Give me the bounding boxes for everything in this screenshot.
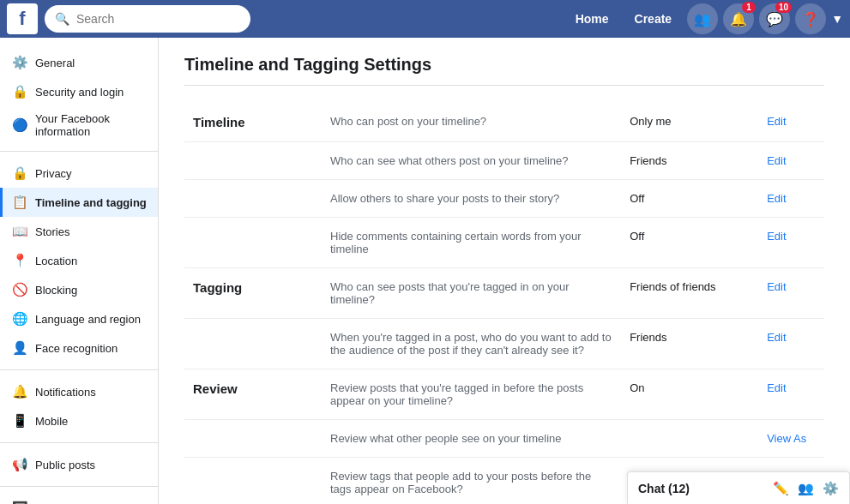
sidebar-label-notifications: Notifications [35,386,96,399]
messages-icon-btn[interactable]: 💬 10 [759,3,790,34]
search-input[interactable] [76,12,231,26]
sidebar-item-stories[interactable]: 📖 Stories [0,217,158,246]
nav-right: Home Create 👥 🔔 1 💬 10 ❓ ▼ [565,0,843,38]
public-posts-icon: 📢 [11,456,28,473]
section-label-timeline [184,142,322,180]
setting-value: Off [621,180,758,218]
help-icon-btn[interactable]: ❓ [795,3,826,34]
sidebar-item-notifications[interactable]: 🔔 Notifications [0,377,158,406]
search-icon: 🔍 [55,12,69,26]
table-row: TaggingWho can see posts that you're tag… [184,268,824,319]
facebook-logo: f [7,3,38,34]
table-row: Review what other people see on your tim… [184,420,824,458]
settings-table: TimelineWho can post on your timeline?On… [184,103,824,504]
sidebar-item-your-facebook[interactable]: 🔵 Your Facebook information [0,106,158,144]
setting-value: Friends [621,319,758,369]
notifications-icon-btn[interactable]: 🔔 1 [723,3,754,34]
setting-description: Who can see what others post on your tim… [322,142,621,180]
chat-bar[interactable]: Chat (12) ✏️ 👥 ⚙️ [627,471,850,504]
section-label-review [184,458,322,505]
sidebar-item-mobile[interactable]: 📱 Mobile [0,406,158,435]
home-link[interactable]: Home [565,0,619,38]
apps-icon: 🔲 [11,500,28,504]
blocking-icon: 🚫 [11,281,28,298]
general-icon: ⚙️ [11,54,28,71]
sidebar-item-location[interactable]: 📍 Location [0,246,158,275]
table-row: When you're tagged in a post, who do you… [184,319,824,369]
location-icon: 📍 [11,252,28,269]
setting-description: Review what other people see on your tim… [322,420,621,458]
notifications-icon: 🔔 [11,383,28,400]
sidebar-item-privacy[interactable]: 🔒 Privacy [0,159,158,188]
account-chevron[interactable]: ▼ [831,12,843,26]
sidebar-label-general: General [35,57,75,69]
setting-value [621,420,758,458]
sidebar-item-general[interactable]: ⚙️ General [0,48,158,77]
page-title: Timeline and Tagging Settings [184,55,824,86]
setting-action[interactable]: Edit [758,103,824,142]
setting-action[interactable]: Edit [758,142,824,180]
section-label-review: Review [184,369,322,420]
setting-description: When you're tagged in a post, who do you… [322,319,621,369]
setting-action[interactable]: Edit [758,180,824,218]
setting-value: Friends of friends [621,268,758,319]
sidebar-label-language: Language and region [35,313,141,326]
setting-description: Hide comments containing certain words f… [322,218,621,268]
sidebar-label-public-posts: Public posts [35,459,95,471]
your-facebook-icon: 🔵 [11,117,28,134]
sidebar-label-privacy: Privacy [35,167,72,180]
sidebar-item-blocking[interactable]: 🚫 Blocking [0,275,158,304]
chat-title: Chat (12) [638,482,773,495]
friends-icon-btn[interactable]: 👥 [687,3,718,34]
sidebar-label-timeline: Timeline and tagging [35,196,147,209]
sidebar-label-security: Security and login [35,86,124,99]
setting-value: Only me [621,103,758,142]
setting-value: Off [621,218,758,268]
sidebar-label-blocking: Blocking [35,284,77,297]
mobile-icon: 📱 [11,412,28,429]
sidebar: ⚙️ General 🔒 Security and login 🔵 Your F… [0,38,159,504]
setting-value: On [621,369,758,420]
setting-action[interactable]: Edit [758,218,824,268]
section-label-tagging: Tagging [184,268,322,319]
top-navigation: f 🔍 Home Create 👥 🔔 1 💬 10 ❓ ▼ [0,0,850,38]
setting-action[interactable]: Edit [758,268,824,319]
section-label-tagging [184,319,322,369]
table-row: Who can see what others post on your tim… [184,142,824,180]
setting-action[interactable]: Edit [758,319,824,369]
setting-action[interactable]: Edit [758,369,824,420]
sidebar-item-security[interactable]: 🔒 Security and login [0,77,158,106]
privacy-icon: 🔒 [11,165,28,182]
setting-description: Review posts that you're tagged in befor… [322,369,621,420]
setting-description: Review tags that people add to your post… [322,458,621,505]
search-bar[interactable]: 🔍 [45,5,250,33]
sidebar-item-face[interactable]: 👤 Face recognition [0,333,158,363]
chat-icons: ✏️ 👥 ⚙️ [773,481,839,496]
table-row: TimelineWho can post on your timeline?On… [184,103,824,142]
face-icon: 👤 [11,339,28,357]
table-row: ReviewReview posts that you're tagged in… [184,369,824,420]
stories-icon: 📖 [11,223,28,240]
messages-badge: 10 [775,2,792,13]
chat-settings-icon[interactable]: ⚙️ [823,481,839,496]
language-icon: 🌐 [11,310,28,327]
section-label-timeline [184,218,322,268]
table-row: Hide comments containing certain words f… [184,218,824,268]
chat-compose-icon[interactable]: ✏️ [773,481,789,496]
table-row: Allow others to share your posts to thei… [184,180,824,218]
sidebar-item-language[interactable]: 🌐 Language and region [0,304,158,333]
setting-action[interactable]: View As [758,420,824,458]
sidebar-item-public-posts[interactable]: 📢 Public posts [0,450,158,479]
chat-contacts-icon[interactable]: 👥 [798,481,814,496]
sidebar-item-apps[interactable]: 🔲 Apps and websites [0,494,158,504]
section-label-timeline [184,180,322,218]
sidebar-label-face: Face recognition [35,342,118,355]
security-icon: 🔒 [11,83,28,100]
setting-description: Who can post on your timeline? [322,103,621,142]
create-link[interactable]: Create [624,0,683,38]
setting-description: Allow others to share your posts to thei… [322,180,621,218]
sidebar-item-timeline[interactable]: 📋 Timeline and tagging [0,188,158,217]
main-content: Timeline and Tagging Settings TimelineWh… [159,38,850,504]
section-label-review [184,420,322,458]
sidebar-label-mobile: Mobile [35,415,68,428]
